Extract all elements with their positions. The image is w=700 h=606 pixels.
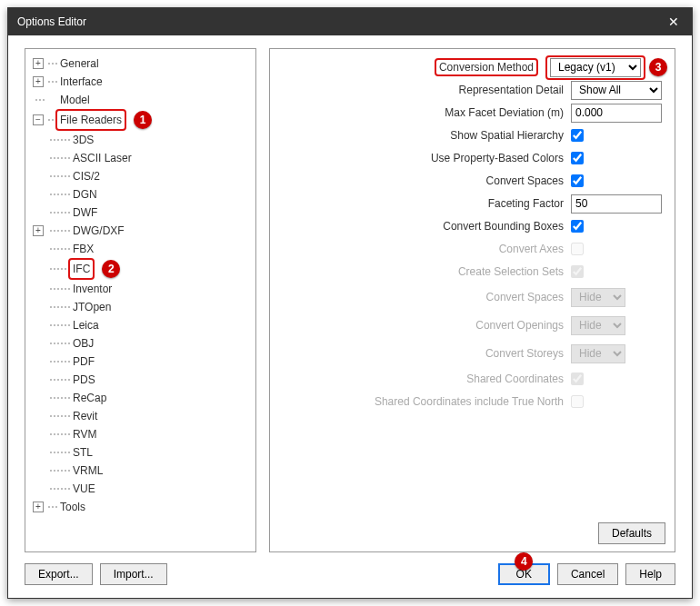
tree-item-rvm[interactable]: ⋯⋯RVM (33, 425, 248, 443)
export-button[interactable]: Export... (25, 563, 93, 585)
shared-coords-checkbox (571, 373, 584, 385)
form-rows: Conversion Method Legacy (v1) 3 (277, 55, 667, 412)
convert-spaces-checkbox[interactable] (571, 174, 584, 187)
conversion-method-select[interactable]: Legacy (v1) (550, 58, 641, 77)
panels: + ⋯ General + ⋯ Interface ⋯ Model (25, 48, 675, 552)
tree-item-dwgdxf[interactable]: +⋯⋯DWG/DXF (33, 222, 248, 240)
row-max-facet: Max Facet Deviation (m) (277, 102, 667, 124)
row-faceting-factor: Faceting Factor (277, 193, 667, 214)
max-facet-input[interactable] (571, 104, 662, 123)
form-panel: Conversion Method Legacy (v1) 3 (269, 48, 675, 552)
expand-icon[interactable]: + (33, 76, 44, 87)
tree-item-file-readers[interactable]: − ⋯ File Readers 1 (33, 109, 248, 131)
expand-icon[interactable]: + (33, 502, 44, 512)
import-button[interactable]: Import... (100, 563, 167, 585)
row-shared-coords: Shared Coordinates (277, 368, 667, 390)
titlebar: Options Editor ✕ (8, 8, 692, 35)
tree-item-inventor[interactable]: ⋯⋯Inventor (33, 280, 248, 298)
tree-item-obj[interactable]: ⋯⋯OBJ (33, 334, 248, 353)
close-icon[interactable]: ✕ (665, 13, 683, 31)
tree-item-leica[interactable]: ⋯⋯Leica (33, 316, 248, 334)
tree-item-fbx[interactable]: ⋯⋯FBX (33, 240, 248, 258)
tree-item-cis2[interactable]: ⋯⋯CIS/2 (33, 167, 248, 185)
tree-item-ifc[interactable]: ⋯⋯ IFC 2 (33, 258, 248, 280)
callout-2: 2 (102, 260, 120, 278)
row-convert-storeys: Convert Storeys Hide (277, 340, 667, 367)
tree-item-ascii-laser[interactable]: ⋯⋯ASCII Laser (33, 149, 248, 167)
tree-item-pdf[interactable]: ⋯⋯PDF (33, 353, 248, 371)
tree-item-recap[interactable]: ⋯⋯ReCap (33, 389, 248, 407)
tree-item-revit[interactable]: ⋯⋯Revit (33, 407, 248, 425)
bottom-bar: Export... Import... 4 OK Cancel Help (25, 552, 675, 585)
bottom-left: Export... Import... (25, 563, 167, 585)
use-prop-colors-checkbox[interactable] (571, 152, 584, 164)
tree-item-jtopen[interactable]: ⋯⋯JTOpen (33, 298, 248, 316)
tree-item-stl[interactable]: ⋯⋯STL (33, 443, 248, 462)
tree-item-vrml[interactable]: ⋯⋯VRML (33, 462, 248, 480)
tree-item-general[interactable]: + ⋯ General (33, 55, 248, 73)
tree-item-tools[interactable]: + ⋯ Tools (33, 498, 248, 516)
shared-coords-tn-checkbox (571, 395, 584, 408)
window-title: Options Editor (17, 15, 86, 28)
row-shared-coords-tn: Shared Coordinates include True North (277, 391, 667, 412)
row-conversion-method: Conversion Method Legacy (v1) 3 (277, 56, 667, 78)
convert-spaces-select: Hide (571, 288, 625, 307)
tree: + ⋯ General + ⋯ Interface ⋯ Model (33, 55, 248, 516)
tree-item-vue[interactable]: ⋯⋯VUE (33, 480, 248, 498)
create-sel-sets-checkbox (571, 265, 584, 278)
callout-3: 3 (649, 58, 667, 76)
row-show-spatial: Show Spatial Hierarchy (277, 124, 667, 146)
row-convert-spaces-2: Convert Spaces Hide (277, 283, 667, 311)
faceting-factor-input[interactable] (571, 194, 662, 214)
convert-bounding-checkbox[interactable] (571, 220, 584, 233)
convert-openings-select: Hide (571, 316, 625, 335)
row-convert-openings: Convert Openings Hide (277, 312, 667, 339)
defaults-row: Defaults (598, 522, 665, 544)
window-body: + ⋯ General + ⋯ Interface ⋯ Model (8, 35, 692, 598)
tree-item-dwf[interactable]: ⋯⋯DWF (33, 204, 248, 222)
row-use-prop-colors: Use Property-Based Colors (277, 147, 667, 169)
tree-panel: + ⋯ General + ⋯ Interface ⋯ Model (25, 48, 256, 552)
tree-item-model[interactable]: ⋯ Model (33, 91, 248, 109)
tree-dots: ⋯ (45, 55, 58, 73)
convert-axes-checkbox (571, 243, 584, 255)
row-convert-bounding: Convert Bounding Boxes (277, 215, 667, 237)
tree-item-interface[interactable]: + ⋯ Interface (33, 73, 248, 91)
row-create-sel-sets: Create Selection Sets (277, 261, 667, 283)
tree-item-pds[interactable]: ⋯⋯PDS (33, 371, 248, 389)
expand-icon[interactable]: + (33, 58, 44, 69)
row-representation-detail: Representation Detail Show All (277, 79, 667, 101)
row-convert-axes: Convert Axes (277, 238, 667, 260)
help-button[interactable]: Help (625, 563, 675, 585)
callout-1: 1 (134, 111, 152, 129)
bottom-right: 4 OK Cancel Help (498, 563, 675, 585)
tree-item-3ds[interactable]: ⋯⋯3DS (33, 131, 248, 149)
callout-4: 4 (515, 552, 533, 571)
collapse-icon[interactable]: − (33, 114, 44, 125)
cancel-button[interactable]: Cancel (557, 563, 618, 585)
options-editor-window: Options Editor ✕ + ⋯ General + ⋯ Interfa… (7, 7, 693, 599)
defaults-button[interactable]: Defaults (598, 522, 665, 544)
show-spatial-checkbox[interactable] (571, 129, 584, 142)
expand-icon[interactable]: + (33, 225, 44, 236)
representation-detail-select[interactable]: Show All (571, 81, 662, 100)
tree-item-dgn[interactable]: ⋯⋯DGN (33, 185, 248, 204)
convert-storeys-select: Hide (571, 344, 625, 363)
conversion-method-label: Conversion Method (439, 61, 534, 74)
row-convert-spaces: Convert Spaces (277, 170, 667, 192)
